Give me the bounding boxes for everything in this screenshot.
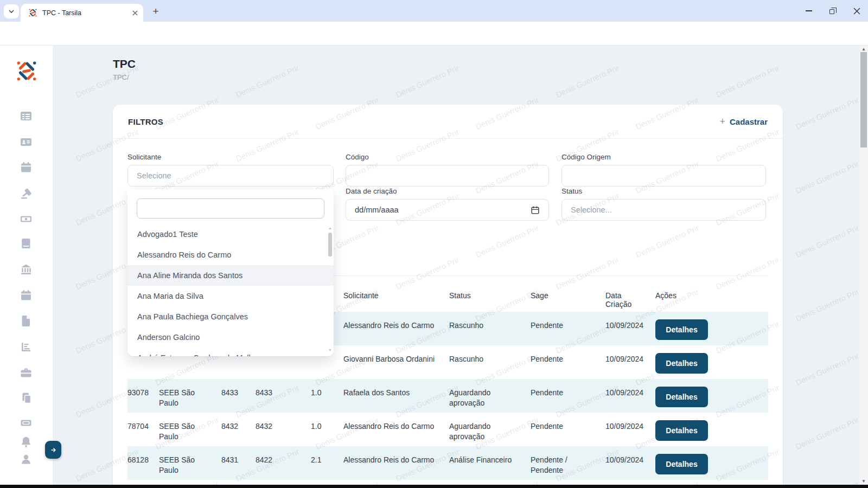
watermark-text: Denis Guerrero Prir	[714, 63, 780, 99]
table-cell: SEEB São Paulo	[159, 446, 221, 480]
window-restore-button[interactable]	[829, 7, 837, 15]
details-button[interactable]: Detalhes	[655, 454, 708, 474]
clipboard-icon[interactable]	[20, 391, 34, 406]
file-icon[interactable]	[20, 314, 34, 329]
data-criacao-input[interactable]: dd/mm/aaaa	[346, 199, 549, 221]
date-placeholder: dd/mm/aaaa	[355, 206, 399, 214]
column-header-status: Status	[449, 284, 531, 309]
details-button[interactable]: Detalhes	[655, 420, 708, 441]
table-cell: Rascunho	[449, 345, 531, 379]
dropdown-search-input[interactable]	[137, 198, 324, 219]
actions-cell: Detalhes	[655, 351, 768, 374]
table-cell: 68128	[127, 446, 159, 480]
table-cell: 1.0	[311, 379, 343, 413]
table-cell: Alessandro Reis do Carmo	[343, 446, 449, 480]
main-content: TPC TPC/ FILTROS + Cadastrar Solicitante…	[53, 46, 868, 488]
dropdown-option[interactable]: Alessandro Reis do Carmo	[127, 245, 334, 265]
gavel-icon[interactable]	[20, 187, 34, 201]
table-cell: 78704	[127, 413, 159, 446]
calendar-picker-icon[interactable]	[531, 206, 540, 215]
table-list-icon[interactable]	[20, 110, 34, 124]
bar-chart-icon[interactable]	[20, 341, 34, 355]
scrollbar-thumb[interactable]	[860, 52, 867, 147]
window-minimize-button[interactable]	[805, 7, 813, 15]
id-card-icon[interactable]	[20, 136, 34, 150]
window-scrollbar[interactable]: ▲ ▼	[859, 46, 868, 485]
column-header-ações: Ações	[655, 284, 768, 309]
table-cell: 10/09/2024	[605, 446, 655, 480]
column-header-data-criação: Data Criação	[605, 284, 655, 309]
dropdown-option[interactable]: Advogado1 Teste	[127, 224, 334, 245]
actions-cell: Detalhes	[655, 317, 768, 340]
table-cell: 8422	[256, 446, 311, 480]
register-button[interactable]: + Cadastrar	[719, 116, 768, 127]
dropdown-scrollbar[interactable]	[328, 233, 332, 256]
codigo-origem-input[interactable]	[561, 165, 766, 187]
window-close-button[interactable]	[853, 7, 860, 15]
table-cell: Rascunho	[449, 312, 531, 345]
bank-icon[interactable]	[20, 263, 34, 277]
solicitante-label: Solicitante	[127, 153, 334, 161]
watermark-text: Denis Guerrero Prir	[234, 63, 300, 99]
filters-header: FILTROS	[128, 117, 163, 126]
user-icon[interactable]	[20, 453, 34, 467]
browser-tab[interactable]: TPC - Tarsila	[21, 4, 143, 22]
table-cell: Pendente	[531, 345, 605, 379]
watermark-text: Denis Guerrero Prir	[794, 95, 860, 131]
watermark-text: Denis Guerrero Prir	[794, 415, 860, 451]
table-cell: Aguardando aprovação	[449, 379, 531, 413]
book-icon[interactable]	[20, 237, 34, 251]
banknote-icon[interactable]	[20, 213, 34, 227]
scroll-up-icon[interactable]: ▲	[859, 47, 868, 52]
table-cell: 8431	[221, 446, 256, 480]
table-cell: Pendente	[531, 312, 605, 345]
sidebar-expand-button[interactable]	[45, 441, 61, 459]
sidebar	[0, 46, 53, 488]
watermark-text: Denis Guerrero Prir	[794, 287, 860, 323]
bell-icon[interactable]	[20, 435, 34, 450]
page-title: TPC	[113, 57, 136, 70]
table-cell: Aguardando aprovação	[449, 413, 531, 446]
actions-cell: Detalhes	[655, 452, 768, 474]
tab-search-button[interactable]	[4, 4, 19, 18]
dropdown-option[interactable]: Ana Maria da Silva	[127, 286, 334, 306]
watermark-text: Denis Guerrero Prir	[794, 351, 860, 387]
calendar2-icon[interactable]	[20, 289, 34, 303]
dropdown-option[interactable]: Anderson Galcino	[127, 327, 334, 348]
calendar-icon[interactable]	[20, 161, 34, 175]
actions-cell: Detalhes	[655, 418, 768, 441]
dropdown-scroll-down-icon[interactable]: ▼	[328, 348, 332, 352]
briefcase-icon[interactable]	[20, 366, 34, 380]
table-cell: 10/09/2024	[605, 413, 655, 446]
tab-title: TPC - Tarsila	[42, 9, 132, 17]
details-button[interactable]: Detalhes	[655, 387, 708, 407]
new-tab-button[interactable]: +	[149, 5, 163, 18]
scroll-down-icon[interactable]: ▼	[859, 479, 868, 484]
table-row: 68128SEEB São Paulo843184222.1Alessandro…	[127, 446, 768, 480]
column-header-sage: Sage	[531, 284, 605, 309]
codigo-input[interactable]	[346, 165, 549, 187]
watermark-text: Denis Guerrero Prir	[394, 63, 460, 99]
solicitante-placeholder: Selecione	[137, 171, 171, 180]
details-button[interactable]: Detalhes	[655, 319, 708, 340]
ticket-icon[interactable]	[20, 416, 34, 431]
dropdown-option[interactable]: Ana Paula Bachiega Gonçalves	[127, 306, 334, 327]
table-cell: Pendente	[531, 379, 605, 413]
solicitante-select[interactable]: Selecione	[127, 165, 334, 187]
status-select[interactable]: Selecione...	[561, 199, 766, 221]
dropdown-option[interactable]: Ana Aline Miranda dos Santos	[127, 265, 334, 286]
browser-toolbar: tarsilasuite-tudonatarsila.azurewebsites…	[0, 22, 868, 46]
close-icon	[853, 8, 860, 15]
browser-tab-strip: TPC - Tarsila +	[0, 0, 868, 22]
table-cell: Rafaela dos Santos	[343, 379, 449, 413]
table-cell: SEEB São Paulo	[159, 413, 221, 446]
column-header-solicitante: Solicitante	[343, 284, 449, 309]
tab-close-icon[interactable]	[132, 10, 138, 16]
dropdown-scroll-up-icon[interactable]: ▲	[328, 226, 332, 230]
details-button[interactable]: Detalhes	[655, 353, 708, 374]
table-cell: Análise Financeiro	[449, 446, 531, 480]
codigo-label: Código	[346, 153, 549, 161]
dropdown-option[interactable]: André Estevam Cardoso de Mello	[127, 348, 334, 356]
table-cell: 10/09/2024	[605, 379, 655, 413]
table-cell: 10/09/2024	[605, 312, 655, 345]
